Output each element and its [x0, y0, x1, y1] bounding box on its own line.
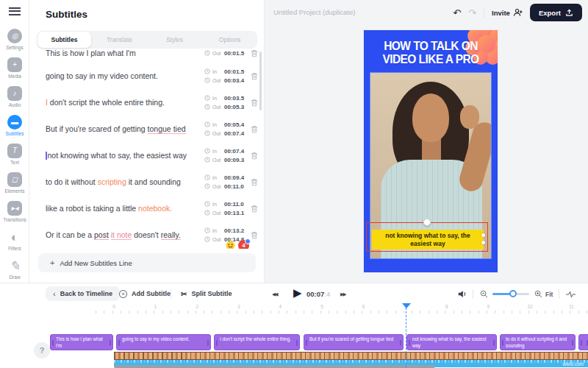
subtitle-times: In 00:03.5 Out 00:05.3	[204, 95, 247, 110]
sidebar-item-draw[interactable]: ✎ Draw	[0, 255, 29, 283]
invite-button[interactable]: Invite	[492, 8, 523, 17]
subtitle-text[interactable]: I don't script the whole entire thing.	[46, 98, 204, 107]
subtitle-row[interactable]: like a robot is taking a little notebook…	[37, 195, 261, 222]
time-out[interactable]: Out 00:01.5	[204, 50, 247, 57]
subtitle-row[interactable]: Or it can be a post it note doesn't real…	[37, 222, 261, 248]
timeline-zoom-slider[interactable]	[492, 293, 529, 295]
timeline-subtitle-block[interactable]: This is how I plan what I'm	[50, 334, 113, 350]
undo-icon[interactable]: ↶	[453, 7, 461, 18]
time-in[interactable]: In 00:07.4	[204, 148, 247, 155]
subtitle-row[interactable]: This is how I plan what I'm Out 00:01.5	[37, 49, 261, 63]
sidebar-item-icon: ✎	[7, 258, 22, 273]
video-track-filmstrip[interactable]	[114, 352, 588, 360]
playhead[interactable]	[406, 304, 406, 368]
tab-styles[interactable]: Styles	[147, 31, 202, 49]
tab-subtitles[interactable]: Subtitles	[37, 32, 91, 48]
zoom-in-icon[interactable]	[534, 290, 542, 298]
resize-handle[interactable]	[481, 241, 485, 244]
timeline-subtitle-block[interactable]: to do it without scripting it and soundi…	[500, 334, 576, 350]
time-in[interactable]: In 00:01.5	[204, 68, 247, 75]
time-in[interactable]: In 00:05.4	[204, 121, 247, 128]
skip-forward-icon[interactable]: ▶▶	[340, 291, 345, 297]
fit-button[interactable]: Fit	[545, 291, 553, 298]
panel-scrollbar[interactable]	[259, 52, 262, 110]
time-in[interactable]: In 00:11.0	[204, 201, 247, 208]
delete-subtitle-icon[interactable]	[249, 49, 259, 57]
delete-subtitle-icon[interactable]	[249, 231, 259, 239]
timeline-subtitle-block[interactable]: not knowing what to say, the easiest way	[406, 334, 497, 350]
play-button[interactable]: ▶	[293, 286, 302, 300]
smiley-emoji-icon[interactable]	[226, 241, 235, 249]
split-subtitle-button[interactable]: ✂ Split Subtitle	[178, 286, 234, 301]
delete-subtitle-icon[interactable]	[249, 125, 259, 133]
subtitle-row[interactable]: I don't script the whole entire thing. I…	[37, 89, 261, 116]
sidebar-item-subtitles[interactable]: ▬ Subtitles	[0, 111, 29, 140]
timeline-subtitle-block[interactable]: I don't script the whole entire thing.	[214, 334, 300, 350]
sidebar-item-elements[interactable]: ◻ Elements	[0, 169, 29, 197]
rotate-handle[interactable]	[423, 219, 431, 226]
redo-icon[interactable]: ↷	[468, 7, 476, 18]
time-out[interactable]: Out 00:07.4	[204, 130, 247, 137]
timeline-subtitle-block[interactable]	[578, 334, 588, 350]
caption-overlay[interactable]: not knowing what to say, the easiest way	[372, 230, 484, 250]
time-out[interactable]: Out 00:13.1	[204, 210, 247, 216]
time-in[interactable]: In 00:09.4	[204, 174, 247, 181]
hamburger-menu-icon[interactable]	[9, 7, 21, 15]
comment-count-badge[interactable]: 4	[238, 240, 249, 249]
video-canvas[interactable]: HOW TO TALK ON VIDEO LIKE A PRO not know…	[364, 30, 498, 272]
volume-icon[interactable]	[457, 289, 467, 299]
skip-back-icon[interactable]: ◀◀	[272, 291, 277, 297]
project-title[interactable]: Untitled Project (duplicate)	[273, 8, 355, 16]
subtitle-row[interactable]: going to say in my video content. In 00:…	[37, 63, 261, 89]
subtitle-text[interactable]: not knowing what to say, the easiest way	[46, 151, 204, 160]
zoom-out-icon[interactable]	[480, 290, 488, 298]
subtitle-text[interactable]: This is how I plan what I'm	[46, 49, 204, 57]
time-out[interactable]: Out 00:03.4	[204, 77, 247, 84]
subtitle-text[interactable]: to do it without scripting it and soundi…	[46, 177, 204, 187]
subtitle-row[interactable]: not knowing what to say, the easiest way…	[37, 142, 261, 169]
sidebar-item-filters[interactable]: ◐ Filters	[0, 226, 29, 255]
delete-subtitle-icon[interactable]	[249, 72, 259, 80]
time-in[interactable]: In 00:03.5	[204, 95, 247, 102]
sidebar-item-transitions[interactable]: ▸◂ Transitions	[0, 197, 29, 226]
tab-translate[interactable]: Translate	[92, 31, 147, 49]
time-out[interactable]: Out 00:05.3	[204, 104, 247, 110]
add-new-subtitles-line-button[interactable]: + Add New Subtitles Line	[38, 253, 256, 272]
sidebar-item-audio[interactable]: ♪ Audio	[0, 82, 29, 111]
slider-knob[interactable]	[509, 290, 517, 297]
add-subtitle-button[interactable]: + Add Subtitle	[116, 286, 173, 301]
delete-subtitle-icon[interactable]	[249, 178, 259, 186]
invite-person-icon	[513, 8, 523, 17]
caption-selection-box[interactable]: not knowing what to say, the easiest way	[366, 222, 488, 252]
sidebar-item-settings[interactable]: ◎ Settings	[0, 25, 29, 54]
time-out[interactable]: Out 00:11.0	[204, 183, 247, 190]
tab-options[interactable]: Options	[202, 31, 257, 49]
sidebar-item-text[interactable]: T Text	[0, 140, 29, 169]
snap-pulse-icon[interactable]	[566, 291, 576, 298]
resize-handle[interactable]	[481, 233, 485, 237]
subtitle-text[interactable]: going to say in my video content.	[46, 71, 204, 81]
time-in[interactable]: In 00:13.2	[204, 227, 247, 234]
time-out[interactable]: Out 00:09.3	[204, 157, 247, 163]
subtitle-text[interactable]: But if you're scared of getting tongue t…	[46, 124, 204, 134]
delete-subtitle-icon[interactable]	[249, 152, 259, 160]
subtitle-text[interactable]: like a robot is taking a little notebook…	[46, 204, 204, 213]
subtitle-track: This is how I plan what I'mgoing to say …	[0, 334, 588, 350]
timeline-scrollbar[interactable]	[114, 365, 435, 368]
back-to-timeline-button[interactable]: ‹ Back to Timeline	[46, 286, 120, 301]
in-label: In	[212, 69, 222, 74]
in-label: In	[212, 96, 222, 101]
help-button[interactable]: ?	[34, 342, 50, 358]
subtitle-row[interactable]: to do it without scripting it and soundi…	[37, 169, 261, 195]
timeline-subtitle-block[interactable]: going to say in my video content.	[116, 334, 211, 350]
sidebar-item-media[interactable]: + Media	[0, 54, 29, 82]
subtitle-row[interactable]: But if you're scared of getting tongue t…	[37, 116, 261, 142]
in-value: 00:11.0	[224, 201, 244, 208]
tab-label: Styles	[166, 36, 183, 43]
timeline-ruler[interactable]: 01234567891011	[96, 304, 588, 314]
delete-subtitle-icon[interactable]	[249, 205, 259, 213]
timeline-subtitle-block[interactable]: But if you're scared of getting tongue t…	[304, 334, 404, 350]
subtitle-text[interactable]: Or it can be a post it note doesn't real…	[46, 230, 204, 240]
delete-subtitle-icon[interactable]	[249, 99, 259, 107]
export-button[interactable]: Export	[530, 4, 582, 21]
